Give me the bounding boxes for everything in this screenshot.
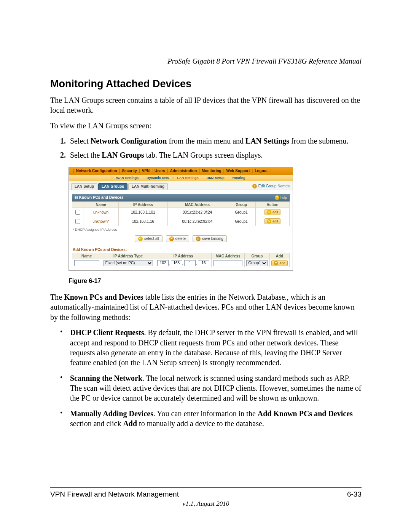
group-select[interactable]: Group1	[246, 260, 268, 266]
ip-octet-2[interactable]	[171, 260, 182, 266]
add-row: Fixed (set on PC) . . . Group1	[72, 259, 290, 267]
cell-group: Group1	[227, 208, 256, 217]
top-nav-bar: | Network Configuration| Security| VPN| …	[69, 167, 293, 175]
footer-version: v1.1, August 2010	[50, 500, 362, 508]
edit-label: edit	[272, 219, 278, 223]
ip-octet-1[interactable]	[157, 260, 169, 266]
nav-security[interactable]: Security	[122, 169, 137, 173]
subnav-routing[interactable]: Routing	[233, 176, 245, 180]
nav-monitoring[interactable]: Monitoring	[202, 169, 221, 173]
add-label: add	[279, 261, 285, 265]
subnav-dmz-setup[interactable]: DMZ Setup	[207, 176, 225, 180]
step-2-text: Select the	[70, 151, 102, 159]
bullet-bold: DHCP Client Requests	[70, 328, 144, 337]
bullet-text: . You can enter information in the	[153, 409, 258, 418]
nav-network-configuration[interactable]: Network Configuration	[76, 169, 117, 173]
add-col-add: Add	[270, 253, 290, 259]
col-ip: IP Address	[119, 201, 167, 208]
add-col-name: Name	[72, 253, 101, 259]
plus-icon: +	[274, 261, 278, 265]
help-link[interactable]: ? help	[275, 195, 287, 200]
to-view-paragraph: To view the LAN Groups screen:	[50, 121, 362, 131]
page-footer: VPN Firewall and Network Management 6-33…	[50, 487, 362, 508]
bullet-text-2: section and click	[70, 419, 123, 428]
cell-name: unknown*	[83, 217, 119, 226]
step-1: Select Network Configuration from the ma…	[68, 136, 362, 146]
table-row: unknown* 102.168.1.16 08:1c:23:e2:92:b4 …	[72, 217, 290, 226]
para-text: The	[50, 293, 64, 301]
row-checkbox[interactable]	[75, 210, 80, 215]
edit-icon: ✎	[267, 210, 271, 214]
add-col-group: Group	[244, 253, 269, 259]
footer-left: VPN Firewall and Network Management	[50, 490, 179, 498]
col-mac: MAC Address	[167, 201, 227, 208]
subnav-lan-settings[interactable]: LAN Settings	[177, 176, 199, 180]
save-icon: ⧈	[196, 236, 201, 241]
edit-button[interactable]: ✎edit	[264, 218, 280, 224]
bullet-scanning: Scanning the Network. The local network …	[60, 373, 362, 403]
step-1-bold-1: Network Configuration	[91, 137, 167, 145]
add-known-pcs-table: Name IP Address Type IP Address MAC Addr…	[72, 253, 290, 267]
edit-icon: ✎	[267, 219, 271, 224]
select-all-label: select all	[144, 236, 159, 241]
add-section-title: Add Known PCs and Devices:	[73, 248, 290, 252]
nav-users[interactable]: Users	[155, 169, 165, 173]
step-2-text-2: tab. The LAN Groups screen displays.	[144, 151, 263, 159]
bullet-bold: Scanning the Network	[70, 374, 142, 382]
subnav-wan-settings[interactable]: WAN Settings	[116, 176, 139, 180]
tabs-row: LAN Setup LAN Groups LAN Multi-homing › …	[69, 181, 293, 190]
ip-type-select[interactable]: Fixed (set on PC)	[104, 260, 153, 266]
nav-web-support[interactable]: Web Support	[226, 169, 250, 173]
ip-octet-3[interactable]	[184, 260, 196, 266]
step-1-text-2: from the main menu and	[167, 137, 245, 145]
running-header: ProSafe Gigabit 8 Port VPN Firewall FVS3…	[50, 57, 362, 66]
help-label: help	[280, 196, 287, 200]
figure-caption: Figure 6-17	[68, 278, 292, 284]
ip-octet-4[interactable]	[198, 260, 209, 266]
header-rule	[50, 68, 362, 68]
delete-button[interactable]: ✖delete	[166, 235, 189, 242]
add-name-input[interactable]	[74, 260, 99, 266]
action-buttons-row: ✔select all ✖delete ⧈save binding	[72, 235, 290, 242]
methods-list: DHCP Client Requests. By default, the DH…	[50, 328, 362, 429]
edit-button[interactable]: ✎edit	[264, 209, 280, 215]
steps-list: Select Network Configuration from the ma…	[50, 136, 362, 160]
tab-lan-multi-homing[interactable]: LAN Multi-homing	[128, 183, 168, 190]
add-col-mac: MAC Address	[212, 253, 245, 259]
save-binding-label: save binding	[202, 236, 223, 241]
cell-mac: 00:1c:23:e2:3f:24	[167, 208, 227, 217]
col-group: Group	[227, 201, 256, 208]
nav-vpn[interactable]: VPN	[142, 169, 150, 173]
step-1-text-3: from the submenu.	[289, 137, 349, 145]
bullet-manual: Manually Adding Devices. You can enter i…	[60, 409, 362, 429]
intro-paragraph: The LAN Groups screen contains a table o…	[50, 95, 362, 115]
step-1-text: Select	[70, 137, 91, 145]
step-2-bold: LAN Groups	[102, 151, 144, 159]
bullet-bold-3: Add	[123, 419, 137, 428]
dhcp-footnote: * DHCP Assigned IP Address	[73, 228, 290, 232]
table-row: unknown 102.168.1.101 00:1c:23:e2:3f:24 …	[72, 208, 290, 217]
add-mac-input[interactable]	[213, 260, 242, 266]
tab-lan-setup[interactable]: LAN Setup	[71, 183, 97, 190]
para-bold: Known PCs and Devices	[64, 293, 143, 301]
subnav-dynamic-dns[interactable]: Dynamic DNS	[147, 176, 169, 180]
step-2: Select the LAN Groups tab. The LAN Group…	[68, 150, 362, 160]
known-pcs-panel-header: ☷ Known PCs and Devices ? help	[72, 194, 290, 201]
select-all-button[interactable]: ✔select all	[135, 235, 162, 242]
col-name: Name	[83, 201, 119, 208]
footer-page-number: 6-33	[347, 490, 362, 498]
sub-nav-bar: :: WAN Settings:: Dynamic DNS:: LAN Sett…	[69, 175, 293, 181]
add-button[interactable]: +add	[271, 260, 287, 266]
nav-logout[interactable]: Logout	[255, 169, 268, 173]
edit-group-names-label: Edit Group Names	[258, 184, 290, 188]
nav-administration[interactable]: Administration	[170, 169, 197, 173]
cell-mac: 08:1c:23:e2:92:b4	[167, 217, 227, 226]
delete-label: delete	[175, 236, 186, 241]
bullet-text-3: to manually add a device to the database…	[137, 419, 264, 428]
edit-group-names-link[interactable]: › Edit Group Names	[252, 184, 290, 189]
save-binding-button[interactable]: ⧈save binding	[193, 235, 227, 242]
tab-lan-groups[interactable]: LAN Groups	[98, 183, 127, 190]
cell-ip: 102.168.1.101	[119, 208, 167, 217]
row-checkbox[interactable]	[75, 219, 80, 224]
x-icon: ✖	[169, 236, 174, 241]
